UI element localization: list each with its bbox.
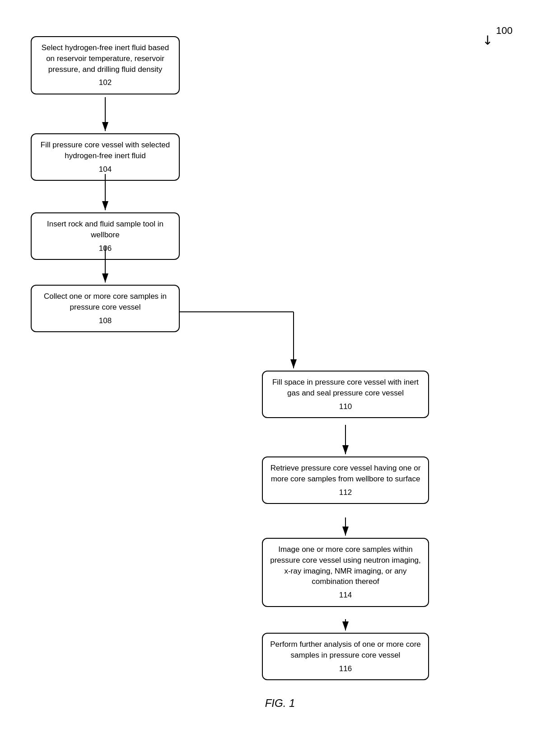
flow-arrows (0, 0, 560, 723)
step-116-text: Perform further analysis of one or more … (270, 640, 421, 659)
step-104-box: Fill pressure core vessel with selected … (31, 133, 180, 181)
step-112-box: Retrieve pressure core vessel having one… (262, 456, 429, 504)
step-102-box: Select hydrogen-free inert fluid based o… (31, 36, 180, 94)
step-102-text: Select hydrogen-free inert fluid based o… (42, 43, 169, 74)
step-104-text: Fill pressure core vessel with selected … (41, 141, 170, 160)
ref-arrow-icon: ↗ (479, 31, 497, 49)
step-110-box: Fill space in pressure core vessel with … (262, 371, 429, 418)
step-114-text: Image one or more core samples within pr… (270, 545, 421, 586)
step-104-num: 104 (39, 164, 172, 175)
step-108-num: 108 (39, 315, 172, 326)
step-110-num: 110 (270, 401, 421, 412)
step-106-box: Insert rock and fluid sample tool in wel… (31, 212, 180, 260)
step-110-text: Fill space in pressure core vessel with … (272, 378, 419, 397)
step-114-box: Image one or more core samples within pr… (262, 538, 429, 607)
step-112-num: 112 (270, 487, 421, 498)
step-108-box: Collect one or more core samples in pres… (31, 285, 180, 332)
ref-number: 100 (496, 25, 513, 37)
step-102-num: 102 (39, 77, 172, 88)
step-108-text: Collect one or more core samples in pres… (44, 292, 167, 311)
figure-label: FIG. 1 (265, 697, 295, 710)
diagram-container: ↗ 100 Select hydrogen-free inert fluid b… (0, 0, 560, 723)
step-112-text: Retrieve pressure core vessel having one… (271, 464, 421, 483)
step-106-text: Insert rock and fluid sample tool in wel… (47, 220, 163, 239)
step-106-num: 106 (39, 243, 172, 254)
step-114-num: 114 (270, 590, 421, 601)
step-116-num: 116 (270, 663, 421, 674)
step-116-box: Perform further analysis of one or more … (262, 633, 429, 680)
